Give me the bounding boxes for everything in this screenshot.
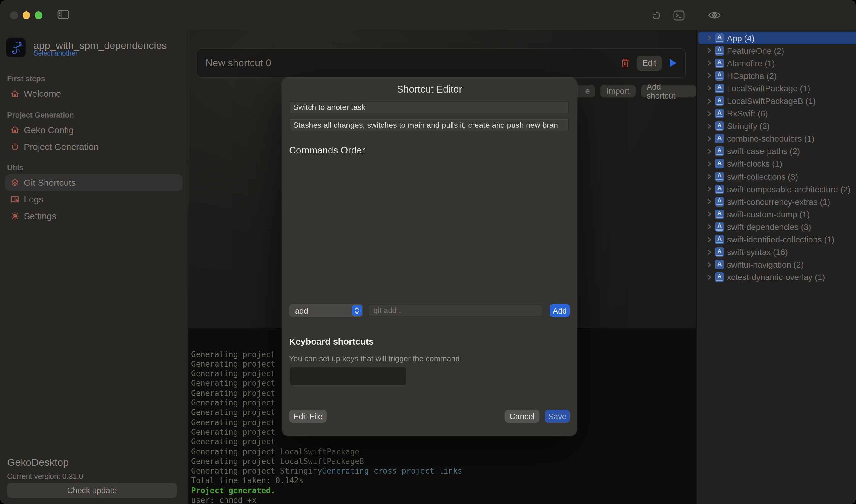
library-icon — [715, 147, 724, 156]
package-row[interactable]: swift-collections (3) — [698, 170, 856, 183]
chevron-right-icon[interactable] — [706, 199, 712, 205]
terminal-line: Total time taken: 0.142s — [191, 476, 462, 486]
chevron-right-icon[interactable] — [706, 110, 712, 117]
command-text-input[interactable]: git add . — [368, 304, 542, 317]
chevron-right-icon[interactable] — [706, 161, 712, 167]
library-icon — [715, 109, 724, 118]
import-button[interactable]: Import — [601, 85, 636, 97]
eye-icon[interactable] — [708, 11, 721, 20]
commands-order-heading: Commands Order — [289, 145, 365, 156]
package-label: HCaptcha (2) — [727, 71, 777, 80]
add-shortcut-button[interactable]: Add shortcut — [641, 85, 696, 97]
shortcut-card-title: New shortcut 0 — [206, 57, 271, 69]
chevron-right-icon[interactable] — [706, 186, 712, 192]
edit-file-button[interactable]: Edit File — [289, 410, 327, 423]
chevron-right-icon[interactable] — [706, 47, 712, 54]
chevron-right-icon[interactable] — [706, 274, 712, 281]
edit-button[interactable]: Edit — [637, 55, 662, 71]
terminal-icon[interactable] — [673, 10, 684, 21]
sidebar-item-project-generation[interactable]: Project Generation — [5, 138, 183, 155]
chevron-right-icon[interactable] — [706, 85, 712, 92]
package-row[interactable]: swift-dependencies (3) — [698, 221, 856, 233]
trash-icon[interactable] — [621, 58, 630, 68]
package-row[interactable]: combine-schedulers (1) — [698, 132, 856, 145]
chevron-right-icon[interactable] — [706, 261, 712, 268]
play-icon[interactable] — [669, 58, 677, 68]
shortcut-card: New shortcut 0 Edit — [197, 48, 686, 78]
shortcut-name-input[interactable]: Switch to anoter task — [289, 101, 569, 113]
close-button[interactable] — [10, 11, 18, 19]
cancel-button[interactable]: Cancel — [505, 410, 539, 423]
power-icon — [10, 142, 20, 151]
sidebar-item-logs[interactable]: Logs — [5, 191, 183, 208]
sidebar-item-git-shortcuts[interactable]: Git Shortcuts — [5, 174, 183, 191]
package-label: swiftui-navigation (2) — [727, 260, 804, 269]
package-label: RxSwift (6) — [727, 109, 768, 118]
chevron-right-icon[interactable] — [706, 148, 712, 155]
terminal-line: user: chmod +x — [191, 496, 462, 504]
chevron-right-icon[interactable] — [706, 211, 712, 218]
package-row[interactable]: LocalSwiftPackage (1) — [698, 82, 856, 95]
sidebar-item-welcome[interactable]: Welcome — [5, 85, 183, 102]
minimize-button[interactable] — [22, 11, 30, 19]
terminal-line: Project generated. — [191, 486, 462, 496]
chevron-right-icon[interactable] — [706, 97, 712, 104]
package-row[interactable]: FeatureOne (2) — [698, 44, 856, 57]
library-icon — [715, 134, 724, 144]
chevron-right-icon[interactable] — [706, 249, 712, 255]
command-type-select[interactable]: add — [289, 304, 363, 317]
package-label: swift-clocks (1) — [727, 159, 782, 169]
package-label: swift-custom-dump (1) — [727, 210, 810, 219]
package-row[interactable]: swift-clocks (1) — [698, 158, 856, 170]
chevron-right-icon[interactable] — [706, 35, 712, 41]
shortcut-description-input[interactable]: Stashes all changes, switches to main an… — [289, 119, 569, 131]
package-row[interactable]: Stringify (2) — [698, 120, 856, 132]
library-icon — [715, 159, 724, 169]
home-icon — [10, 125, 20, 134]
sidebar-toggle-icon[interactable] — [57, 10, 69, 20]
add-command-button[interactable]: Add — [550, 304, 570, 317]
gear-icon — [10, 211, 20, 221]
log-book-icon — [10, 194, 20, 204]
keyboard-shortcuts-heading: Keyboard shortcuts — [289, 336, 374, 346]
chevron-right-icon[interactable] — [706, 73, 712, 79]
package-row[interactable]: App (4) — [698, 32, 856, 44]
library-icon — [715, 184, 724, 194]
package-label: swift-identified-collections (1) — [727, 235, 834, 244]
package-row[interactable]: Alamofire (1) — [698, 57, 856, 69]
zoom-button[interactable] — [35, 11, 42, 19]
package-row[interactable]: swift-composable-architecture (2) — [698, 183, 856, 195]
package-row[interactable]: swift-concurrency-extras (1) — [698, 195, 856, 208]
package-row[interactable]: swift-syntax (16) — [698, 246, 856, 258]
check-update-button[interactable]: Check update — [7, 483, 177, 498]
library-icon — [715, 273, 724, 282]
library-icon — [715, 247, 724, 257]
chevron-right-icon[interactable] — [706, 60, 712, 66]
save-button[interactable]: Save — [545, 410, 570, 423]
chevron-right-icon[interactable] — [706, 123, 712, 129]
sidebar-item-geko-config[interactable]: Geko Config — [5, 121, 183, 138]
key-capture-field[interactable] — [289, 366, 407, 386]
package-label: swift-case-paths (2) — [727, 147, 800, 156]
terminal-line: Generating project LocalSwiftPackage — [191, 447, 462, 457]
chevron-right-icon[interactable] — [706, 136, 712, 142]
package-row[interactable]: HCaptcha (2) — [698, 70, 856, 82]
library-icon — [715, 84, 724, 93]
chevron-right-icon[interactable] — [706, 173, 712, 180]
package-row[interactable]: xctest-dynamic-overlay (1) — [698, 271, 856, 284]
package-row[interactable]: RxSwift (6) — [698, 107, 856, 120]
package-label: App (4) — [727, 33, 754, 43]
chevron-right-icon[interactable] — [706, 236, 712, 243]
package-row[interactable]: swift-case-paths (2) — [698, 145, 856, 158]
package-row[interactable]: swiftui-navigation (2) — [698, 258, 856, 271]
shortcut-editor-modal: Shortcut Editor Switch to anoter task St… — [282, 78, 577, 436]
terminal-line: Generating project StringifyGenerating c… — [191, 466, 462, 476]
library-icon — [715, 222, 724, 232]
sidebar-item-settings[interactable]: Settings — [5, 208, 183, 224]
package-row[interactable]: LocalSwiftPackageB (1) — [698, 95, 856, 107]
undo-icon[interactable] — [650, 10, 661, 21]
select-another-link[interactable]: Select another — [33, 50, 78, 57]
package-row[interactable]: swift-identified-collections (1) — [698, 233, 856, 246]
chevron-right-icon[interactable] — [706, 223, 712, 230]
package-row[interactable]: swift-custom-dump (1) — [698, 208, 856, 221]
